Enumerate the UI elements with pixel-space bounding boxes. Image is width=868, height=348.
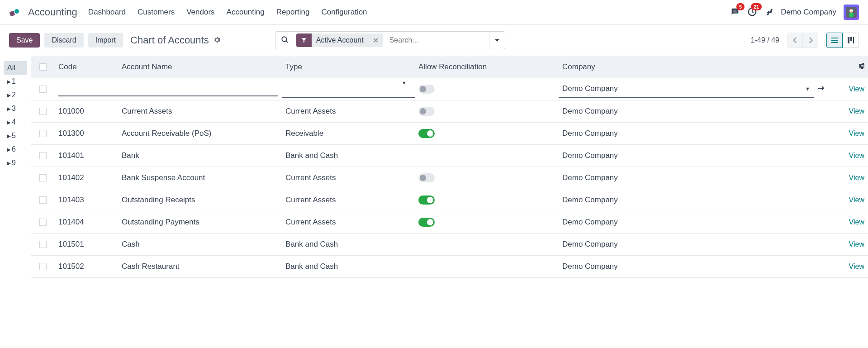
sidebar-item-5[interactable]: ▶5 — [4, 129, 27, 143]
cell-type[interactable]: Receivable — [282, 129, 415, 138]
nav-vendors[interactable]: Vendors — [186, 8, 214, 17]
view-link[interactable]: View — [849, 174, 864, 181]
cell-name[interactable]: Outstanding Payments — [118, 218, 282, 227]
app-name[interactable]: Accounting — [28, 6, 77, 18]
cell-name[interactable]: Current Assets — [118, 107, 282, 116]
new-company-select[interactable]: Demo Company ▼ — [559, 80, 814, 98]
cell-code[interactable]: 101403 — [55, 195, 118, 205]
sidebar-item-9[interactable]: ▶9 — [4, 156, 27, 170]
nav-reporting[interactable]: Reporting — [276, 8, 310, 17]
row-checkbox[interactable] — [39, 108, 47, 115]
row-checkbox[interactable] — [39, 130, 47, 137]
header-type[interactable]: Type — [282, 62, 415, 72]
cell-type[interactable]: Bank and Cash — [282, 262, 415, 271]
view-link[interactable]: View — [849, 218, 864, 226]
company-selector[interactable]: Demo Company — [781, 8, 836, 17]
sidebar-item-3[interactable]: ▶3 — [4, 102, 27, 115]
cell-name[interactable]: Bank Suspense Account — [118, 173, 282, 182]
cell-name[interactable]: Cash Restaurant — [118, 262, 282, 271]
search-dropdown-toggle[interactable] — [489, 32, 505, 49]
user-avatar[interactable] — [844, 5, 859, 20]
cell-code[interactable]: 101000 — [55, 107, 118, 116]
debug-icon[interactable] — [764, 7, 773, 18]
cell-company[interactable]: Demo Company — [559, 240, 827, 249]
filter-chip-remove[interactable]: ✕ — [368, 36, 383, 45]
cell-name[interactable]: Bank — [118, 151, 282, 160]
cell-name[interactable]: Cash — [118, 240, 282, 249]
row-checkbox[interactable] — [39, 86, 47, 93]
cell-company[interactable]: Demo Company — [559, 107, 827, 116]
select-all-checkbox[interactable] — [39, 63, 47, 71]
cell-type[interactable]: Current Assets — [282, 107, 415, 116]
sidebar-item-2[interactable]: ▶2 — [4, 88, 27, 102]
view-link[interactable]: View — [849, 85, 864, 93]
sidebar-item-1[interactable]: ▶1 — [4, 75, 27, 88]
row-checkbox[interactable] — [39, 241, 47, 248]
row-checkbox[interactable] — [39, 219, 47, 226]
discard-button[interactable]: Discard — [44, 33, 83, 48]
cell-code[interactable]: 101502 — [55, 262, 118, 271]
pager-text[interactable]: 1-49 / 49 — [751, 36, 779, 44]
cell-code[interactable]: 101300 — [55, 129, 118, 138]
cell-type[interactable]: Bank and Cash — [282, 240, 415, 249]
new-recon-toggle[interactable] — [418, 85, 435, 94]
cell-type[interactable]: Current Assets — [282, 218, 415, 227]
sidebar-item-4[interactable]: ▶4 — [4, 115, 27, 129]
sidebar-item-6[interactable]: ▶6 — [4, 143, 27, 156]
nav-accounting[interactable]: Accounting — [227, 8, 265, 17]
view-list-button[interactable] — [826, 33, 843, 48]
pager-next[interactable] — [803, 33, 818, 48]
external-link-icon[interactable] — [814, 85, 827, 94]
messages-icon[interactable]: 5 — [730, 7, 740, 18]
app-logo[interactable] — [9, 7, 20, 18]
nav-configuration[interactable]: Configuration — [321, 8, 367, 17]
recon-toggle[interactable] — [418, 129, 435, 138]
column-settings-icon[interactable] — [858, 62, 865, 72]
view-kanban-button[interactable] — [843, 33, 859, 48]
cell-name[interactable]: Outstanding Receipts — [118, 195, 282, 205]
nav-dashboard[interactable]: Dashboard — [88, 8, 126, 17]
cell-company[interactable]: Demo Company — [559, 262, 827, 271]
cell-type[interactable]: Bank and Cash — [282, 151, 415, 160]
activities-icon[interactable]: 21 — [747, 7, 757, 18]
cell-code[interactable]: 101402 — [55, 173, 118, 182]
cell-company[interactable]: Demo Company — [559, 173, 827, 182]
recon-toggle[interactable] — [418, 218, 435, 227]
import-button[interactable]: Import — [88, 33, 123, 48]
row-checkbox[interactable] — [39, 263, 47, 270]
search-input[interactable] — [385, 36, 489, 44]
recon-toggle[interactable] — [418, 195, 435, 205]
gear-icon[interactable] — [213, 36, 221, 45]
cell-company[interactable]: Demo Company — [559, 195, 827, 205]
view-link[interactable]: View — [849, 262, 864, 270]
header-code[interactable]: Code — [55, 62, 118, 72]
view-link[interactable]: View — [849, 129, 864, 137]
recon-toggle[interactable] — [418, 107, 435, 116]
cell-code[interactable]: 101401 — [55, 151, 118, 160]
view-link[interactable]: View — [849, 107, 864, 115]
cell-name[interactable]: Account Receivable (PoS) — [118, 129, 282, 138]
view-link[interactable]: View — [849, 196, 864, 204]
header-company[interactable]: Company — [559, 62, 648, 72]
view-link[interactable]: View — [849, 240, 864, 248]
cell-company[interactable]: Demo Company — [559, 218, 827, 227]
row-checkbox[interactable] — [39, 174, 47, 181]
new-type-select[interactable]: ▼ — [282, 80, 415, 98]
cell-company[interactable]: Demo Company — [559, 151, 827, 160]
sidebar-item-all[interactable]: All — [4, 61, 27, 75]
new-code-input[interactable] — [58, 82, 278, 96]
view-link[interactable]: View — [849, 152, 864, 159]
cell-company[interactable]: Demo Company — [559, 129, 827, 138]
save-button[interactable]: Save — [9, 33, 40, 48]
cell-code[interactable]: 101404 — [55, 218, 118, 227]
nav-customers[interactable]: Customers — [138, 8, 175, 17]
header-reconciliation[interactable]: Allow Reconciliation — [415, 62, 559, 72]
cell-code[interactable]: 101501 — [55, 240, 118, 249]
row-checkbox[interactable] — [39, 152, 47, 159]
cell-type[interactable]: Current Assets — [282, 195, 415, 205]
recon-toggle[interactable] — [418, 173, 435, 182]
row-checkbox[interactable] — [39, 196, 47, 204]
header-name[interactable]: Account Name — [118, 62, 282, 72]
cell-type[interactable]: Current Assets — [282, 173, 415, 182]
pager-prev[interactable] — [787, 33, 803, 48]
